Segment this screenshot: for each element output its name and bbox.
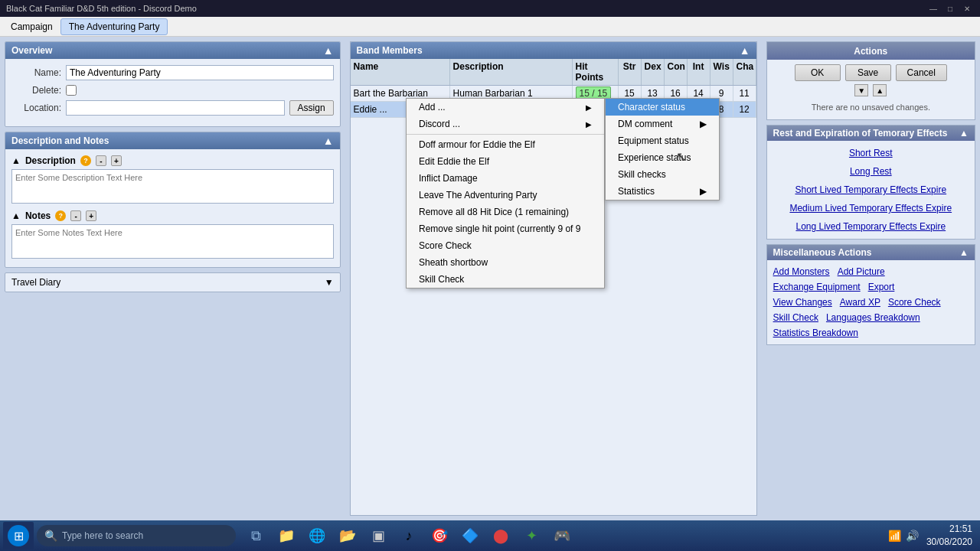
- rest-expand[interactable]: ▲: [959, 128, 969, 139]
- actions-header: Actions: [767, 42, 975, 60]
- rest-panel: Rest and Expiration of Temorary Effects …: [766, 125, 975, 240]
- submenu-char-status[interactable]: Character status: [606, 99, 719, 116]
- submenu-skill-checks[interactable]: Skill checks: [606, 166, 719, 183]
- notes-minus[interactable]: -: [70, 210, 81, 221]
- start-button[interactable]: ⊞: [3, 522, 34, 549]
- overview-title: Overview: [11, 45, 52, 56]
- submenu-statistics[interactable]: Statistics ▶: [606, 183, 719, 200]
- notes-textarea[interactable]: [11, 224, 334, 259]
- overview-header: Overview ▲: [5, 42, 340, 59]
- short-rest-button[interactable]: Short Rest: [772, 145, 970, 161]
- ctx-sheath[interactable]: Sheath shortbow: [407, 254, 604, 271]
- rest-title: Rest and Expiration of Temorary Effects: [773, 128, 948, 139]
- name-input[interactable]: [66, 65, 334, 80]
- location-input[interactable]: [66, 100, 285, 116]
- ctx-add[interactable]: Add ... ▶: [407, 99, 604, 116]
- actions-title: Actions: [854, 46, 887, 57]
- app-icon-1[interactable]: 🎯: [426, 522, 453, 549]
- ctx-skill-check[interactable]: Skill Check: [407, 271, 604, 288]
- description-help-icon[interactable]: ?: [80, 155, 91, 166]
- col-header-name: Name: [351, 59, 450, 85]
- edge-icon[interactable]: 🌐: [303, 522, 331, 549]
- desc-notes-header: Description and Notes ▲: [5, 132, 340, 149]
- overview-content: Name: Delete: Location: Assign: [5, 59, 340, 126]
- score-check-misc-link[interactable]: Score Check: [888, 297, 941, 308]
- cancel-button[interactable]: Cancel: [896, 64, 947, 81]
- band-members-expand[interactable]: ▲: [740, 44, 750, 57]
- ctx-score-check[interactable]: Score Check: [407, 237, 604, 254]
- context-menu: Add ... ▶ Discord ... ▶ Doff armour for …: [406, 98, 605, 289]
- network-icon[interactable]: 📶: [888, 530, 901, 542]
- clock-time: 21:51: [926, 523, 972, 536]
- col-header-hp: Hit Points: [573, 59, 619, 85]
- ctx-edit[interactable]: Edit Eddie the Elf: [407, 153, 604, 170]
- tab-adventuring-party[interactable]: The Adventuring Party: [60, 18, 168, 35]
- windows-logo: ⊞: [8, 525, 29, 546]
- close-button[interactable]: ✕: [960, 3, 974, 14]
- languages-breakdown-link[interactable]: Languages Breakdown: [826, 312, 920, 323]
- description-textarea[interactable]: [11, 169, 334, 204]
- statistics-breakdown-link[interactable]: Statistics Breakdown: [773, 328, 858, 338]
- submenu-experience-status[interactable]: Experience status: [606, 149, 719, 166]
- add-monsters-link[interactable]: Add Monsters: [773, 266, 830, 277]
- ctx-remove-single[interactable]: Remove single hit point (currently 9 of …: [407, 220, 604, 237]
- ctx-discord[interactable]: Discord ... ▶: [407, 116, 604, 132]
- app-icon-3[interactable]: ✦: [518, 522, 545, 549]
- clock[interactable]: 21:51 30/08/2020: [926, 523, 972, 549]
- ctx-leave[interactable]: Leave The Adventuring Party: [407, 187, 604, 204]
- notes-plus[interactable]: +: [86, 210, 96, 221]
- notes-help-icon[interactable]: ?: [55, 210, 66, 221]
- long-lived-expire-button[interactable]: Long Lived Temporary Effects Expire: [772, 219, 970, 234]
- left-panel: Overview ▲ Name: Delete: Location: Assig…: [0, 37, 345, 520]
- description-label: Description: [25, 155, 76, 166]
- terminal-icon[interactable]: ▣: [364, 522, 392, 549]
- view-changes-link[interactable]: View Changes: [773, 297, 832, 308]
- arrow-up[interactable]: ▲: [873, 84, 887, 96]
- maximize-button[interactable]: □: [943, 3, 957, 14]
- taskbar-right: 📶 🔊 21:51 30/08/2020: [888, 523, 977, 549]
- task-view-icon[interactable]: ⧉: [242, 522, 270, 549]
- short-lived-expire-button[interactable]: Short Lived Temporary Effects Expire: [772, 182, 970, 197]
- add-picture-link[interactable]: Add Picture: [838, 266, 885, 277]
- save-button[interactable]: Save: [845, 64, 891, 81]
- misc-row-4: Skill Check Languages Breakdown: [773, 312, 969, 323]
- submenu-dm-comment[interactable]: DM comment ▶: [606, 116, 719, 132]
- misc-row-5: Statistics Breakdown: [773, 328, 969, 338]
- notes-section-header[interactable]: ▲ Notes ? - +: [11, 210, 334, 221]
- ok-button[interactable]: OK: [795, 64, 841, 81]
- row-cha: 12: [733, 102, 756, 117]
- taskbar-search[interactable]: 🔍 Type here to search: [37, 525, 236, 546]
- misc-expand[interactable]: ▲: [959, 247, 969, 258]
- minimize-button[interactable]: —: [926, 3, 940, 14]
- delete-checkbox[interactable]: [66, 85, 77, 96]
- arrow-down[interactable]: ▼: [854, 84, 868, 96]
- ctx-remove-all[interactable]: Remove all d8 Hit Dice (1 remaining): [407, 204, 604, 220]
- description-section-header[interactable]: ▲ Description ? - +: [11, 155, 334, 166]
- volume-icon[interactable]: 🔊: [906, 530, 919, 542]
- award-xp-link[interactable]: Award XP: [840, 297, 880, 308]
- travel-diary[interactable]: Travel Diary ▼: [5, 272, 341, 292]
- medium-lived-expire-button[interactable]: Medium Lived Temporary Effects Expire: [772, 201, 970, 216]
- export-link[interactable]: Export: [868, 282, 895, 292]
- app-icon-2[interactable]: 🔷: [456, 522, 484, 549]
- file-manager-icon[interactable]: 📂: [334, 522, 361, 549]
- chrome-icon[interactable]: ⬤: [487, 522, 514, 549]
- tab-campaign[interactable]: Campaign: [3, 19, 60, 34]
- overview-expand[interactable]: ▲: [323, 44, 334, 57]
- music-icon[interactable]: ♪: [395, 522, 423, 549]
- description-plus[interactable]: +: [111, 155, 122, 166]
- col-header-desc: Description: [450, 59, 573, 85]
- submenu: Character status DM comment ▶ Equipment …: [605, 98, 720, 201]
- app-icon-4[interactable]: 🎮: [548, 522, 576, 549]
- desc-notes-expand[interactable]: ▲: [323, 135, 334, 147]
- ctx-inflict[interactable]: Inflict Damage: [407, 170, 604, 187]
- ctx-doff-armour[interactable]: Doff armour for Eddie the Elf: [407, 136, 604, 153]
- file-explorer-icon[interactable]: 📁: [273, 522, 300, 549]
- description-minus[interactable]: -: [96, 155, 106, 166]
- desc-notes-title: Description and Notes: [11, 135, 109, 146]
- assign-button[interactable]: Assign: [289, 100, 334, 116]
- long-rest-button[interactable]: Long Rest: [772, 164, 970, 179]
- exchange-equipment-link[interactable]: Exchange Equipment: [773, 282, 861, 292]
- skill-check-misc-link[interactable]: Skill Check: [773, 312, 818, 323]
- submenu-equipment-status[interactable]: Equipment status: [606, 132, 719, 149]
